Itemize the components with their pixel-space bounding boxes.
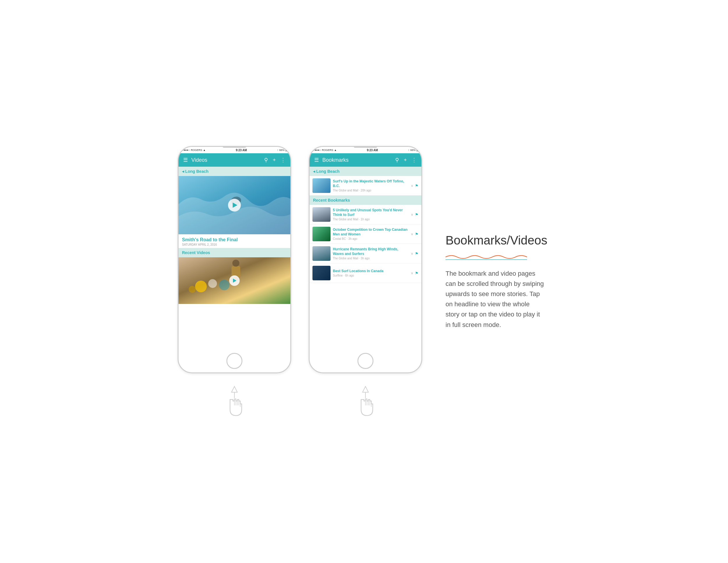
svg-point-7	[219, 280, 229, 290]
expand-icon-1[interactable]: ∨	[411, 213, 413, 216]
left-recent-videos-header: Recent Videos	[179, 248, 290, 257]
right-location-icon: ↑	[408, 149, 409, 151]
left-play-button[interactable]	[228, 199, 241, 211]
left-video-title[interactable]: Smith's Road to the Final	[182, 237, 287, 242]
left-home-button[interactable]	[227, 353, 243, 369]
bookmark-text-4: Best Surf Locations In Canada Surfline ·…	[333, 269, 409, 277]
left-status-left: ●●●●○ ROGERS ▲	[182, 149, 206, 151]
right-status-left: ●●●●○ ROGERS ▲	[313, 149, 337, 151]
left-swipe-hand	[221, 385, 248, 417]
play-triangle-left	[233, 202, 237, 208]
bookmark-source-1: The Globe and Mail · 1h ago	[333, 218, 409, 221]
bookmark-flag-4[interactable]: ⚑	[415, 271, 418, 275]
left-more-icon[interactable]: ⋮	[279, 156, 287, 164]
bookmark-thumb-3	[312, 246, 331, 261]
left-app-header: ☰ Videos ⚲ + ⋮	[179, 153, 290, 167]
bookmark-thumb-1	[312, 207, 331, 222]
expand-icon-0[interactable]: ∨	[411, 184, 413, 188]
left-battery-icon: ▮	[285, 149, 287, 151]
left-recent-play-button[interactable]	[229, 275, 240, 286]
right-time: 9:23 AM	[367, 149, 378, 152]
bookmark-thumb-0	[312, 178, 331, 193]
left-featured-video-image[interactable]	[179, 176, 290, 234]
left-video-date: SATURDAY APRIL 2, 2016	[182, 243, 287, 246]
svg-marker-18	[363, 387, 368, 392]
right-search-icon[interactable]: ⚲	[394, 156, 400, 164]
bookmark-thumb-4	[312, 266, 331, 280]
svg-point-4	[195, 280, 207, 292]
bookmark-actions-3: ∨ ⚑	[411, 251, 418, 256]
right-menu-icon[interactable]: ☰	[313, 156, 320, 164]
svg-point-10	[232, 259, 239, 266]
left-recent-videos-label: Recent Videos	[182, 250, 210, 255]
page-wrapper: ●●●●○ ROGERS ▲ 9:23 AM ↑ 66% ▮ ☰ Videos …	[0, 0, 728, 563]
right-long-beach-item[interactable]: Surf's Up in the Majestic Waters Off Tof…	[310, 176, 421, 195]
right-carrier: ROGERS	[322, 149, 333, 151]
right-status-right: ↑ 66% ▮	[408, 149, 418, 151]
left-long-beach-label: ◂ Long Beach	[182, 169, 208, 174]
right-long-beach-label: ◂ Long Beach	[313, 169, 340, 174]
expand-icon-2[interactable]: ∨	[411, 232, 413, 236]
left-location-icon: ↑	[277, 149, 278, 151]
right-phone-screen: ◂ Long Beach Surf's Up in the Majestic W…	[310, 167, 421, 352]
bookmark-flag-0[interactable]: ⚑	[415, 183, 418, 188]
right-phone-section: ●●●●○ ROGERS ▲ 9:23 AM ↑ 66% ▮ ☰ Bookmar…	[309, 146, 422, 417]
left-phone-frame: ●●●●○ ROGERS ▲ 9:23 AM ↑ 66% ▮ ☰ Videos …	[178, 146, 291, 373]
right-signal-dots: ●●●●○	[313, 149, 321, 151]
left-time: 9:23 AM	[236, 149, 247, 152]
right-recent-bookmarks-label: Recent Bookmarks	[313, 198, 350, 202]
bookmark-actions-4: ∨ ⚑	[411, 271, 418, 275]
left-battery-pct: 66%	[279, 149, 285, 151]
right-home-button[interactable]	[358, 353, 374, 369]
bookmark-source-4: Surfline · 6h ago	[333, 274, 409, 277]
bookmark-flag-3[interactable]: ⚑	[415, 251, 418, 256]
description-title: Bookmarks/Videos	[446, 233, 545, 248]
bookmark-text-3: Hurricane Remnants Bring High Winds, Wav…	[333, 247, 409, 260]
expand-icon-4[interactable]: ∨	[411, 271, 413, 275]
left-long-beach-header: ◂ Long Beach	[179, 167, 290, 176]
bookmark-item-3[interactable]: Hurricane Remnants Bring High Winds, Wav…	[310, 244, 421, 263]
right-app-header: ☰ Bookmarks ⚲ + ⋮	[310, 153, 421, 167]
bookmark-headline-3[interactable]: Hurricane Remnants Bring High Winds, Wav…	[333, 247, 409, 256]
bookmark-text-1: 5 Unlikely and Unusual Spots You'd Never…	[333, 208, 409, 221]
left-add-icon[interactable]: +	[271, 156, 277, 164]
right-long-beach-header: ◂ Long Beach	[310, 167, 421, 176]
left-recent-video-thumb[interactable]	[179, 257, 290, 304]
right-phone-frame: ●●●●○ ROGERS ▲ 9:23 AM ↑ 66% ▮ ☰ Bookmar…	[309, 146, 422, 373]
description-panel: Bookmarks/Videos The bookmark and video …	[440, 227, 550, 336]
bookmark-text-2: October Competition to Crown Top Canadia…	[333, 227, 409, 240]
left-phone-section: ●●●●○ ROGERS ▲ 9:23 AM ↑ 66% ▮ ☰ Videos …	[178, 146, 291, 417]
bookmark-headline-2[interactable]: October Competition to Crown Top Canadia…	[333, 227, 409, 236]
left-video-info: Smith's Road to the Final SATURDAY APRIL…	[179, 234, 290, 248]
right-battery-pct: 66%	[410, 149, 416, 151]
right-status-bar: ●●●●○ ROGERS ▲ 9:23 AM ↑ 66% ▮	[310, 147, 421, 153]
bookmark-headline-1[interactable]: 5 Unlikely and Unusual Spots You'd Never…	[333, 208, 409, 217]
left-search-icon[interactable]: ⚲	[263, 156, 269, 164]
left-status-right: ↑ 66% ▮	[277, 149, 287, 151]
bookmark-headline-0[interactable]: Surf's Up in the Majestic Waters Off Tof…	[333, 179, 409, 188]
phone-top-button-left	[223, 146, 246, 148]
bookmark-flag-1[interactable]: ⚑	[415, 212, 418, 217]
right-more-icon[interactable]: ⋮	[410, 156, 418, 164]
bookmark-item-4[interactable]: Best Surf Locations In Canada Surfline ·…	[310, 263, 421, 283]
right-header-title: Bookmarks	[322, 157, 392, 163]
expand-icon-3[interactable]: ∨	[411, 252, 413, 255]
right-wifi-icon: ▲	[334, 149, 337, 151]
bookmark-actions-1: ∨ ⚑	[411, 212, 418, 217]
right-battery-icon: ▮	[416, 149, 418, 151]
svg-marker-11	[232, 387, 237, 392]
left-carrier: ROGERS	[191, 149, 202, 151]
bookmark-text-0: Surf's Up in the Majestic Waters Off Tof…	[333, 179, 409, 192]
bookmark-item-1[interactable]: 5 Unlikely and Unusual Spots You'd Never…	[310, 205, 421, 224]
description-body: The bookmark and video pages can be scro…	[446, 268, 545, 330]
right-add-icon[interactable]: +	[402, 156, 408, 164]
bookmark-actions-0: ∨ ⚑	[411, 183, 418, 188]
left-menu-icon[interactable]: ☰	[182, 156, 189, 164]
right-recent-bookmarks-header: Recent Bookmarks	[310, 195, 421, 205]
bookmark-flag-2[interactable]: ⚑	[415, 232, 418, 236]
bookmark-thumb-2	[312, 227, 331, 241]
bookmark-item-2[interactable]: October Competition to Crown Top Canadia…	[310, 224, 421, 244]
bookmark-actions-2: ∨ ⚑	[411, 232, 418, 236]
left-phone-screen: ◂ Long Beach	[179, 167, 290, 352]
bookmark-headline-4[interactable]: Best Surf Locations In Canada	[333, 269, 409, 273]
